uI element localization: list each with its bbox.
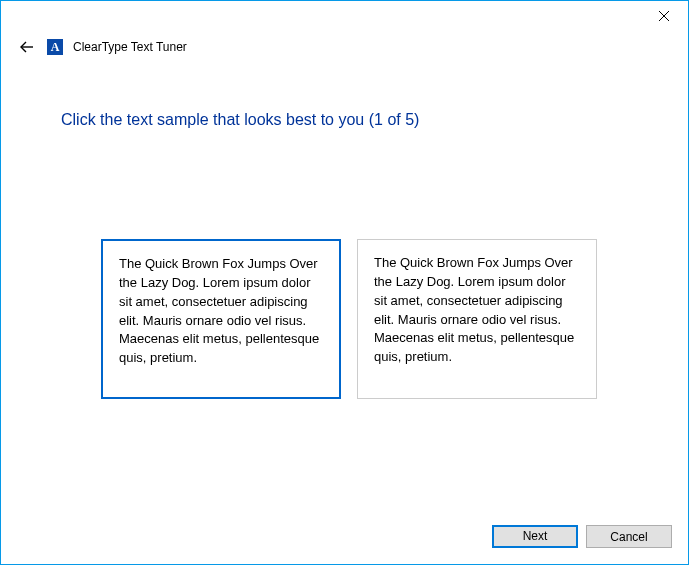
window-frame: A ClearType Text Tuner Click the text sa… xyxy=(0,0,689,565)
title-bar xyxy=(1,1,688,31)
back-button[interactable] xyxy=(17,37,37,57)
header-row: A ClearType Text Tuner xyxy=(1,31,688,61)
next-button[interactable]: Next xyxy=(492,525,578,548)
page-heading: Click the text sample that looks best to… xyxy=(61,111,628,129)
text-sample-1[interactable]: The Quick Brown Fox Jumps Over the Lazy … xyxy=(101,239,341,399)
footer-buttons: Next Cancel xyxy=(1,513,688,564)
app-icon: A xyxy=(47,39,63,55)
cancel-button[interactable]: Cancel xyxy=(586,525,672,548)
sample-text: The Quick Brown Fox Jumps Over the Lazy … xyxy=(374,255,574,364)
close-icon xyxy=(659,11,669,21)
app-title: ClearType Text Tuner xyxy=(73,40,187,54)
svg-text:A: A xyxy=(51,40,60,54)
text-sample-2[interactable]: The Quick Brown Fox Jumps Over the Lazy … xyxy=(357,239,597,399)
back-arrow-icon xyxy=(19,39,35,55)
content-area: Click the text sample that looks best to… xyxy=(1,61,688,513)
sample-text: The Quick Brown Fox Jumps Over the Lazy … xyxy=(119,256,319,365)
sample-row: The Quick Brown Fox Jumps Over the Lazy … xyxy=(61,239,628,399)
close-button[interactable] xyxy=(644,2,684,30)
